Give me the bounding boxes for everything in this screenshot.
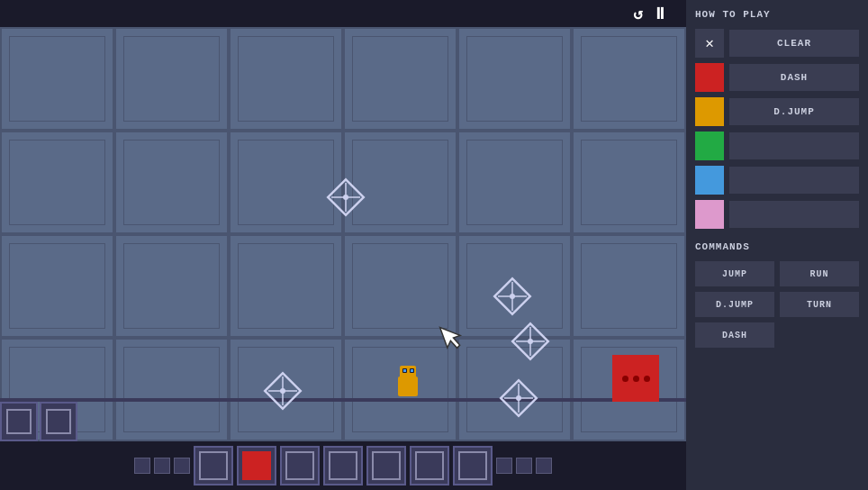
cmd-slot-inner-1 [199, 451, 228, 480]
sidebar: HOW TO PLAY ✕ CLEAR DASH D.JUMP COMMANDS… [686, 0, 868, 490]
dash-cmd-button[interactable]: DASH [695, 322, 774, 348]
dash-color [695, 63, 724, 92]
spike-4 [261, 369, 304, 417]
tile-3-3 [229, 234, 343, 338]
svg-point-7 [510, 294, 515, 299]
cmd-slot-red-fill [242, 451, 271, 480]
djump-button[interactable]: D.JUMP [729, 98, 859, 125]
svg-point-11 [528, 339, 533, 344]
cmd-slot-1[interactable] [194, 446, 233, 485]
red-dot-1 [622, 376, 628, 382]
red-enemy-box [612, 355, 659, 402]
cmd-slot-4[interactable] [323, 446, 363, 485]
platform-block-inner-1 [6, 409, 32, 434]
ability4-button[interactable] [729, 167, 859, 194]
track-dot-3 [174, 458, 190, 474]
refresh-icon[interactable]: ↺ [633, 4, 643, 23]
ability-row-3 [695, 132, 859, 160]
pause-icon[interactable]: ⏸ [652, 5, 668, 23]
cmd-slot-2-red[interactable] [237, 446, 276, 485]
svg-point-3 [343, 195, 348, 200]
tile-4-2 [114, 338, 229, 441]
tile-3-6 [572, 234, 686, 338]
platform-block-2 [40, 402, 77, 441]
ability3-button[interactable] [729, 132, 859, 159]
spike-5 [497, 377, 540, 424]
cmd-slot-inner-4 [329, 451, 357, 480]
ability3-color [695, 132, 724, 160]
svg-point-15 [280, 388, 285, 394]
cmd-slot-inner-6 [415, 451, 444, 480]
svg-rect-25 [411, 369, 413, 372]
ability5-button[interactable] [729, 201, 859, 228]
jump-cmd-button[interactable]: JUMP [695, 261, 774, 286]
commands-title: COMMANDS [695, 241, 859, 252]
run-cmd-button[interactable]: RUN [780, 261, 859, 286]
red-dot-3 [644, 376, 650, 382]
dash-button[interactable]: DASH [729, 64, 859, 91]
tile-3-4 [343, 234, 457, 338]
cmd-slot-inner-3 [285, 451, 314, 480]
command-slots-area [0, 441, 686, 490]
platform-block-1 [0, 402, 38, 441]
track-dot-4 [496, 458, 512, 474]
track-dot-1 [134, 458, 150, 474]
tile-grid [0, 27, 686, 441]
clear-icon: ✕ [695, 29, 724, 58]
spike-3 [509, 320, 552, 368]
track-dot-6 [536, 458, 552, 474]
svg-point-19 [516, 395, 521, 401]
cmd-slot-7[interactable] [453, 446, 493, 485]
ability-row-clear: ✕ CLEAR [695, 29, 859, 58]
tile-2-6 [572, 131, 686, 234]
platform-block-inner-2 [46, 409, 71, 434]
tile-3-1 [0, 234, 114, 338]
turn-cmd-button[interactable]: TURN [780, 292, 859, 317]
tile-1-2 [114, 27, 229, 131]
cmd-slot-6[interactable] [410, 446, 449, 485]
sidebar-title: HOW TO PLAY [695, 9, 859, 20]
tile-1-5 [457, 27, 572, 131]
tile-2-2 [114, 131, 229, 234]
tile-1-6 [572, 27, 686, 131]
cmd-slot-inner-5 [372, 451, 401, 480]
ability-row-dash: DASH [695, 63, 859, 92]
svg-rect-20 [398, 377, 418, 396]
cmd-slot-3[interactable] [280, 446, 320, 485]
red-dot-2 [633, 376, 639, 382]
cmd-slot-inner-7 [458, 451, 487, 480]
tile-3-2 [114, 234, 229, 338]
game-area: ↺ ⏸ [0, 0, 686, 490]
svg-marker-26 [440, 322, 464, 350]
commands-section: COMMANDS JUMP RUN D.JUMP TURN DASH [695, 241, 859, 348]
tile-2-1 [0, 131, 114, 234]
left-platform [0, 402, 77, 441]
top-bar: ↺ ⏸ [0, 0, 686, 27]
tile-1-1 [0, 27, 114, 131]
ability4-color [695, 166, 724, 195]
cmd-slot-5[interactable] [366, 446, 406, 485]
ground [0, 398, 686, 402]
track-dot-5 [516, 458, 532, 474]
spike-2 [491, 275, 534, 322]
svg-rect-24 [403, 369, 406, 372]
commands-grid: JUMP RUN D.JUMP TURN DASH [695, 261, 859, 348]
ability-row-djump: D.JUMP [695, 97, 859, 126]
robot [393, 362, 423, 400]
tile-2-5 [457, 131, 572, 234]
ability5-color [695, 200, 724, 229]
tile-1-4 [343, 27, 457, 131]
ability-row-4 [695, 166, 859, 195]
ability-row-5 [695, 200, 859, 229]
clear-button[interactable]: CLEAR [729, 30, 859, 57]
track-dot-2 [154, 458, 170, 474]
djump-cmd-button[interactable]: D.JUMP [695, 292, 774, 317]
djump-color [695, 97, 724, 126]
spike-1 [324, 176, 367, 223]
tile-1-3 [229, 27, 343, 131]
